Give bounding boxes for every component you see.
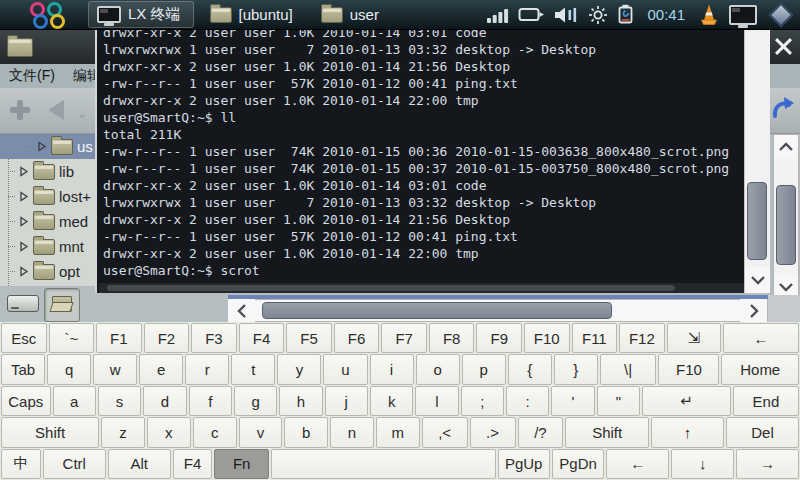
key-n[interactable]: n [330,417,374,447]
scrollbar-thumb[interactable] [747,182,767,260]
terminal-horizontal-scrollbar[interactable] [99,283,744,293]
key-semicolon[interactable]: ; [461,386,504,416]
volume-icon[interactable] [554,6,579,24]
key-space[interactable] [271,449,496,479]
tree-item-mnt[interactable]: mnt [0,234,97,259]
key-brace-right[interactable]: } [554,354,598,384]
filemanager-horizontal-scrollbar[interactable] [228,295,768,322]
display-icon[interactable] [729,5,757,25]
key-arrow-right[interactable]: → [736,449,799,479]
key-f11[interactable]: F11 [572,323,618,353]
key-m[interactable]: m [376,417,420,447]
lxde-menu-logo-icon[interactable] [30,3,70,27]
key-slash[interactable]: /? [518,417,564,447]
key-arrow-down[interactable]: ↓ [671,449,734,479]
key-o[interactable]: o [416,354,460,384]
filemanager-vertical-scrollbar[interactable] [773,134,799,300]
key-f10-alt[interactable]: F10 [658,354,719,384]
scroll-left-button[interactable] [228,299,255,322]
scroll-down-button[interactable] [745,267,770,293]
taskbar-item-ubuntu[interactable]: [ubuntu] [202,3,305,26]
new-tab-plus-icon[interactable] [10,100,30,120]
key-ctrl[interactable]: Ctrl [43,449,106,479]
tree-item-lost-found[interactable]: lost+ [0,184,97,209]
key-f3[interactable]: F3 [191,323,237,353]
key-f[interactable]: f [189,386,232,416]
key-z[interactable]: z [101,417,145,447]
tree-item-user[interactable]: us [0,134,97,159]
key-g[interactable]: g [234,386,277,416]
scroll-right-button[interactable] [740,299,767,322]
key-shift-left[interactable]: Shift [1,417,99,447]
terminal-window[interactable]: drwxr-xr-x 2 user user 1.0K 2010-01-14 0… [97,30,770,293]
key-h[interactable]: h [279,386,322,416]
places-disk-icon[interactable] [7,295,39,312]
key-f12[interactable]: F12 [619,323,665,353]
key-pgup[interactable]: PgUp [498,449,550,479]
key-p[interactable]: p [462,354,506,384]
key-alt[interactable]: Alt [108,449,171,479]
scrollbar-thumb[interactable] [107,285,675,291]
key-zhong[interactable]: 中 [1,449,41,479]
expander-triangle-icon[interactable] [37,141,47,152]
key-f4[interactable]: F4 [239,323,285,353]
key-fn[interactable]: Fn [214,449,269,479]
key-f6[interactable]: F6 [334,323,380,353]
taskbar-item-lxterminal[interactable]: LX 终端 [88,1,194,28]
key-enter[interactable]: ↵ [642,386,731,416]
key-arrow-left[interactable]: ← [606,449,669,479]
expander-triangle-icon[interactable] [19,266,29,277]
key-period[interactable]: .> [470,417,516,447]
key-e[interactable]: e [139,354,183,384]
vlc-cone-icon[interactable] [698,3,720,27]
key-f10[interactable]: F10 [524,323,570,353]
key-pgdn[interactable]: PgDn [552,449,604,479]
key-esc[interactable]: Esc [1,323,47,353]
key-end[interactable]: End [733,386,799,416]
scrollbar-thumb[interactable] [776,185,796,265]
key-f9[interactable]: F9 [476,323,522,353]
taskbar-item-user[interactable]: user [313,3,391,26]
key-j[interactable]: j [325,386,368,416]
key-tab[interactable]: Tab [1,354,45,384]
key-brace-left[interactable]: { [508,354,552,384]
key-f4-row5[interactable]: F4 [173,449,213,479]
battery-charging-icon[interactable] [617,4,634,25]
key-f1[interactable]: F1 [96,323,142,353]
key-backslash-pipe[interactable]: \| [600,354,657,384]
key-f8[interactable]: F8 [429,323,475,353]
brightness-icon[interactable] [588,5,608,25]
key-x[interactable]: x [147,417,191,447]
key-r[interactable]: r [185,354,229,384]
key-u[interactable]: u [323,354,367,384]
key-s[interactable]: s [98,386,141,416]
key-i[interactable]: i [370,354,414,384]
key-f2[interactable]: F2 [144,323,190,353]
key-l[interactable]: l [415,386,458,416]
tree-item-lib[interactable]: lib [0,159,97,184]
network-diamond-icon[interactable] [768,2,793,27]
key-y[interactable]: y [277,354,321,384]
refresh-button[interactable] [771,94,797,128]
expander-triangle-icon[interactable] [19,191,29,202]
key-double-quote[interactable]: " [597,386,640,416]
clock[interactable]: 00:41 [647,6,685,23]
key-b[interactable]: b [284,417,328,447]
tree-item-opt[interactable]: opt [0,259,97,284]
tree-item-media[interactable]: med [0,209,97,234]
key-d[interactable]: d [143,386,186,416]
key-shift-right[interactable]: Shift [565,417,649,447]
key-v[interactable]: v [239,417,283,447]
menu-file[interactable]: 文件(F) [0,67,64,85]
key-k[interactable]: k [370,386,413,416]
key-t[interactable]: t [231,354,275,384]
key-caps[interactable]: Caps [1,386,51,416]
scroll-up-button[interactable] [774,135,798,159]
key-backtick-tilde[interactable]: `~ [49,323,95,353]
key-a[interactable]: a [53,386,96,416]
key-arrow-up[interactable]: ↑ [651,417,724,447]
expander-triangle-icon[interactable] [19,216,29,227]
key-w[interactable]: w [93,354,137,384]
key-backspace[interactable]: ← [723,323,799,353]
key-q[interactable]: q [47,354,91,384]
